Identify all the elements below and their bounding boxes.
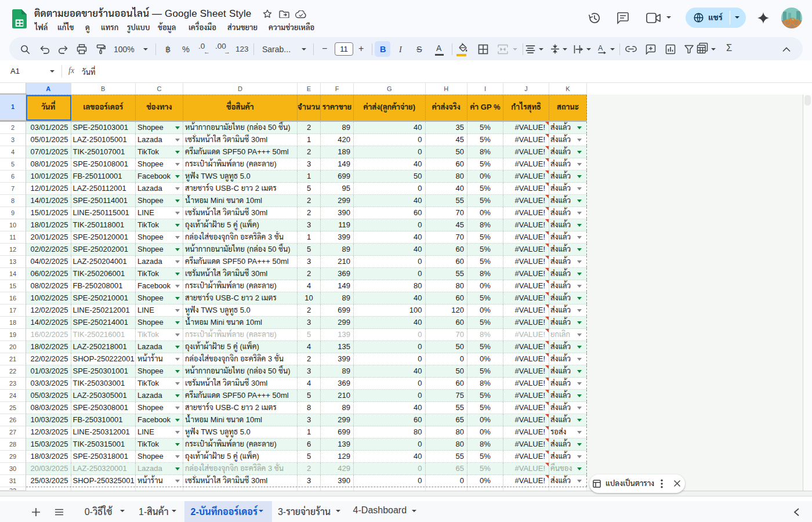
svg-text:A: A bbox=[598, 44, 603, 52]
